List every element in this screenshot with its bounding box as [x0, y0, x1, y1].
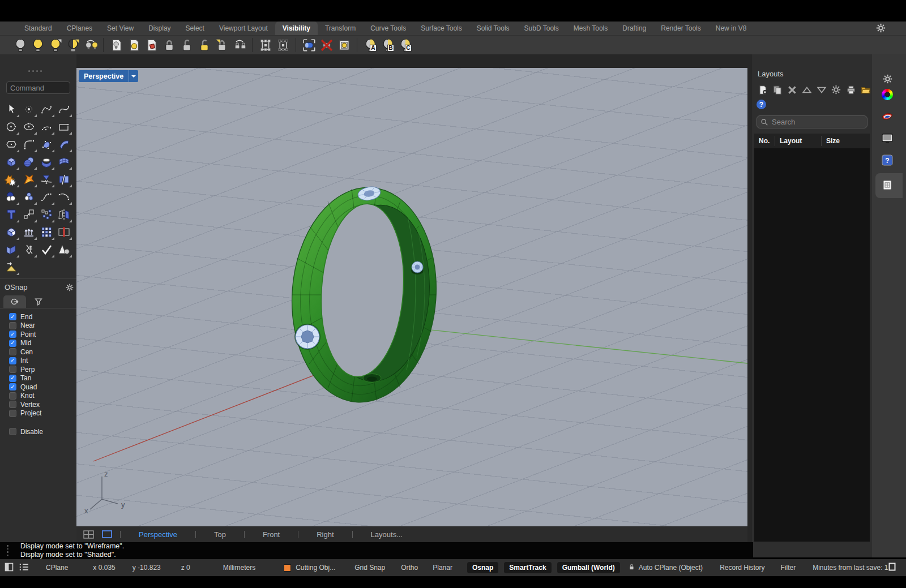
- command-list-icon[interactable]: [19, 563, 29, 573]
- osnap-near[interactable]: Near: [9, 321, 43, 331]
- osnap-snaps-tab[interactable]: [3, 295, 26, 308]
- detail-toggle-icon[interactable]: [888, 563, 896, 573]
- osnap-perp[interactable]: Perp: [9, 365, 43, 374]
- viewport-title[interactable]: Perspective: [79, 70, 129, 82]
- layout-settings-gear-icon[interactable]: [830, 84, 842, 96]
- panel-gear-icon[interactable]: [880, 71, 895, 86]
- delete-layout-icon[interactable]: [786, 84, 798, 96]
- blend-curve-icon[interactable]: [38, 188, 55, 205]
- coord-y[interactable]: y -10.823: [133, 564, 161, 572]
- folded-surfaces-icon[interactable]: [3, 241, 20, 258]
- ring-object[interactable]: [285, 183, 443, 407]
- vtab-right[interactable]: Right: [306, 530, 344, 539]
- panel-toggle-icon[interactable]: [5, 563, 14, 573]
- show-objects-bulb-icon[interactable]: [30, 37, 45, 53]
- surface-3pt-icon[interactable]: [38, 136, 55, 153]
- units-button[interactable]: Millimeters: [223, 564, 255, 572]
- record-history-toggle[interactable]: Record History: [720, 564, 764, 572]
- coord-z[interactable]: z 0: [181, 564, 190, 572]
- search-input[interactable]: [757, 115, 867, 128]
- swap-hidden-bulb-icon[interactable]: [65, 37, 80, 53]
- open-folder-icon[interactable]: [860, 84, 871, 96]
- auto-cplane-button[interactable]: Auto CPlane (Object): [639, 564, 703, 572]
- planar-toggle[interactable]: Planar: [433, 564, 452, 572]
- move-up-icon[interactable]: [801, 84, 813, 96]
- tab-display[interactable]: Display: [141, 22, 178, 35]
- filter-button[interactable]: Filter: [780, 564, 796, 572]
- display-icon[interactable]: [880, 131, 895, 146]
- show-selected-bulb-icon[interactable]: [48, 37, 63, 53]
- select-pointer-icon[interactable]: [3, 101, 20, 118]
- osnap-int[interactable]: ✓Int: [9, 357, 43, 366]
- hide-layer-in-detail-page-icon[interactable]: [144, 37, 159, 53]
- sidebar-drag-handle[interactable]: [28, 70, 42, 72]
- copy-layout-icon[interactable]: [771, 84, 783, 96]
- print-icon[interactable]: [845, 84, 857, 96]
- checkbox-unchecked[interactable]: [9, 401, 16, 408]
- coord-x[interactable]: x 0.035: [93, 564, 115, 572]
- scale-icon[interactable]: [20, 206, 37, 223]
- checkbox-unchecked[interactable]: [9, 428, 16, 435]
- split-icon[interactable]: [55, 171, 72, 188]
- bulb-b-icon[interactable]: B: [380, 37, 395, 53]
- extrude-icon[interactable]: [20, 224, 37, 241]
- check-select-icon[interactable]: [38, 241, 55, 258]
- new-layout-icon[interactable]: [757, 84, 768, 96]
- tab-mesh-tools[interactable]: Mesh Tools: [566, 22, 615, 35]
- tab-subd-tools[interactable]: SubD Tools: [517, 22, 566, 35]
- single-point-icon[interactable]: [20, 101, 37, 118]
- lock-objects-icon[interactable]: [161, 37, 177, 53]
- help-icon[interactable]: ?: [757, 100, 766, 109]
- grid-snap-toggle[interactable]: Grid Snap: [354, 564, 385, 572]
- torus-surface-icon[interactable]: [38, 153, 55, 170]
- perspective-viewport[interactable]: z x y Perspective: [76, 68, 747, 526]
- remove-clipping-plane-icon[interactable]: [319, 37, 334, 53]
- bent-surface-icon[interactable]: [55, 136, 72, 153]
- osnap-filter-tab[interactable]: [27, 295, 50, 308]
- bulb-c-icon[interactable]: C: [398, 37, 413, 53]
- surface-grid-icon[interactable]: [55, 153, 72, 170]
- checkbox-checked[interactable]: ✓: [9, 340, 16, 347]
- checkbox-unchecked[interactable]: [9, 348, 16, 355]
- vtab-top[interactable]: Top: [204, 530, 236, 539]
- cplane-button[interactable]: CPlane: [46, 564, 68, 572]
- osnap-gear-icon[interactable]: [66, 284, 74, 291]
- vtab-front[interactable]: Front: [253, 530, 290, 539]
- box-icon[interactable]: [3, 153, 20, 170]
- tab-curve-tools[interactable]: Curve Tools: [363, 22, 413, 35]
- lock-icon[interactable]: [628, 563, 635, 573]
- four-pane-layout-icon[interactable]: [83, 530, 94, 539]
- control-points-off-icon[interactable]: [275, 37, 290, 53]
- current-layer-button[interactable]: Cutting Obj...: [296, 564, 335, 572]
- tab-new-in-v8[interactable]: New in V8: [708, 22, 754, 35]
- hide-in-detail-page-icon[interactable]: [109, 37, 124, 53]
- tab-surface-tools[interactable]: Surface Tools: [413, 22, 469, 35]
- circle-icon[interactable]: [3, 118, 20, 135]
- tab-solid-tools[interactable]: Solid Tools: [469, 22, 517, 35]
- osnap-toggle[interactable]: Osnap: [467, 562, 498, 573]
- trim-icon[interactable]: [38, 171, 55, 188]
- fillet-corner-icon[interactable]: [20, 136, 37, 153]
- unlock-selected-icon[interactable]: [196, 37, 212, 53]
- clipping-box-icon[interactable]: [336, 37, 352, 53]
- move-down-icon[interactable]: [815, 84, 827, 96]
- show-in-detail-page-icon[interactable]: [126, 37, 142, 53]
- sphere-pair-icon[interactable]: [20, 153, 37, 170]
- boolean-difference-icon[interactable]: [20, 188, 37, 205]
- osnap-cen[interactable]: Cen: [9, 347, 43, 357]
- array-scatter-icon[interactable]: [38, 206, 55, 223]
- viewport-title-badge[interactable]: Perspective: [79, 70, 138, 82]
- osnap-knot[interactable]: Knot: [9, 392, 43, 401]
- burst-icon[interactable]: [20, 171, 37, 188]
- osnap-end[interactable]: ✓End: [9, 312, 43, 321]
- help-panel-icon[interactable]: ?: [880, 153, 895, 168]
- osnap-quad[interactable]: ✓Quad: [9, 383, 43, 392]
- tab-transform[interactable]: Transform: [318, 22, 363, 35]
- single-pane-layout-icon[interactable]: [102, 530, 112, 538]
- checkbox-unchecked[interactable]: [9, 322, 16, 329]
- tab-visibility[interactable]: Visibility: [275, 22, 318, 35]
- osnap-project[interactable]: Project: [9, 409, 43, 418]
- checkbox-checked[interactable]: ✓: [9, 331, 16, 338]
- tab-drafting[interactable]: Drafting: [615, 22, 653, 35]
- checkbox-unchecked[interactable]: [9, 366, 16, 373]
